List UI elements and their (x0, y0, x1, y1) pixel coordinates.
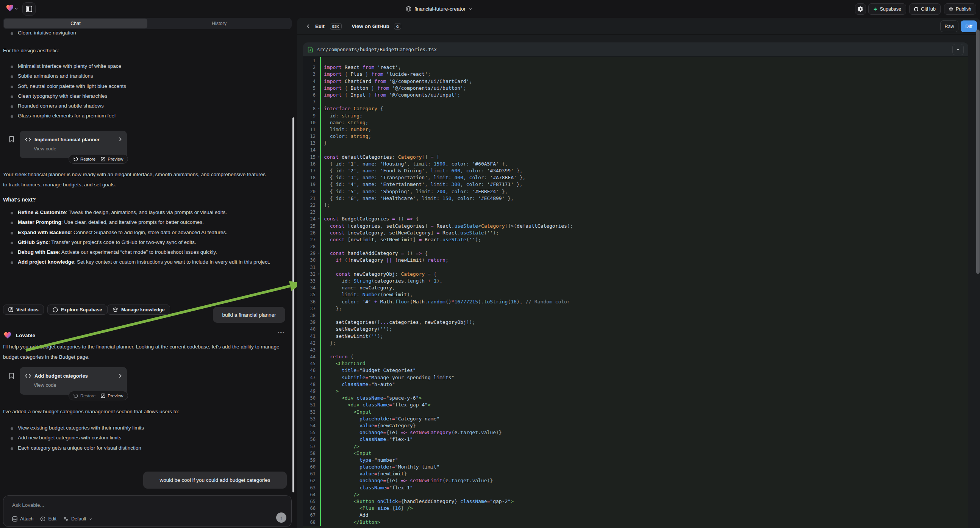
supabase-icon (873, 6, 877, 12)
lovable-logo[interactable] (6, 5, 14, 12)
code-line: 5import { Button } from '@/components/ui… (303, 85, 968, 92)
code-line: 22]; (303, 202, 968, 209)
user-message-bubble: build a financial planner (213, 307, 285, 323)
code-line: 36 color: '#' + Math.floor(Math.random()… (303, 299, 968, 305)
code-line: 59 type="number" (303, 457, 968, 464)
code-line: 47 subtitle="Manage your spending limits… (303, 374, 968, 381)
tab-history[interactable]: History (147, 19, 291, 29)
chevron-right-icon (119, 137, 122, 142)
view-code-link[interactable]: View code (34, 146, 122, 151)
list-item: GitHub Sync: Transfer your project's cod… (3, 237, 291, 247)
project-name: financial-future-creator (414, 6, 466, 12)
code-line: 15▾const defaultCategories: Category[] =… (303, 154, 968, 161)
restore-label: Restore (80, 157, 95, 161)
fold-chevron-icon[interactable]: ▾ (318, 250, 320, 257)
preview-button[interactable]: Preview (101, 394, 123, 398)
chat-panel: Chat History Clean, intuitive navigation… (0, 18, 297, 528)
code-line: 58 <Input (303, 450, 968, 457)
restore-label: Restore (80, 394, 95, 398)
github-button[interactable]: GitHub (909, 3, 940, 15)
publish-label: Publish (956, 6, 971, 12)
view-on-github-button[interactable]: View on GitHub (352, 24, 390, 29)
explore-supabase-button[interactable]: Explore Supabase (47, 305, 107, 315)
preview-button[interactable]: Preview (101, 157, 123, 161)
button-label: Explore Supabase (61, 307, 102, 312)
restore-icon (73, 394, 78, 398)
restore-button[interactable]: Restore (73, 157, 95, 161)
code-line: 44 return ( (303, 353, 968, 360)
assistant-message: I'll help you add budget categories to t… (3, 342, 285, 362)
attach-label: Attach (20, 516, 33, 522)
send-button[interactable]: ↑ (276, 512, 286, 523)
code-line: 57 /> (303, 443, 968, 450)
chat-input-box[interactable]: Ask Lovable... Attach Edit Default ↑ (3, 495, 292, 527)
collapse-file-button[interactable] (952, 44, 964, 55)
user-message-text: would be cool if you could add budget ca… (160, 477, 270, 483)
code-line: 7 (303, 99, 968, 105)
diff-button[interactable]: Diff (961, 21, 977, 32)
sidebar-toggle-button[interactable] (22, 2, 36, 16)
code-line: 53 placeholder="Category name" (303, 415, 968, 422)
code-line: 40 setNewCategory(''); (303, 326, 968, 332)
code-line: 63 className="flex-1" (303, 484, 968, 491)
file-diff-container: src/components/budget/BudgetCategories.t… (303, 43, 968, 528)
supabase-button[interactable]: Supabase (868, 3, 906, 15)
fold-chevron-icon[interactable]: ▾ (318, 105, 320, 112)
file-header[interactable]: src/components/budget/BudgetCategories.t… (303, 43, 968, 57)
code-line: 51 <div className="flex gap-4"> (303, 401, 968, 408)
bookmark-icon[interactable] (9, 136, 14, 142)
mode-select[interactable]: Default (63, 516, 92, 522)
code-body[interactable]: 12import React from 'react';3import { Pl… (303, 57, 968, 528)
message-menu-button[interactable]: ••• (278, 330, 285, 336)
raw-button[interactable]: Raw (940, 21, 958, 32)
version-actions: Restore Preview (68, 154, 128, 164)
list-item: Debug with Ease: Activate our experiment… (3, 247, 291, 257)
project-menu[interactable]: financial-future-creator (406, 0, 473, 18)
exit-button[interactable]: Exit (315, 24, 325, 29)
list-item: Subtle animations and transitions (3, 71, 126, 81)
chat-scrollbar[interactable] (293, 118, 294, 492)
code-line: 55 onChange={(e) => setNewCategory(e.tar… (303, 429, 968, 436)
code-line: 4import ChartCard from '@/components/ui/… (303, 78, 968, 85)
file-added-icon (308, 46, 313, 52)
attach-image-icon (12, 516, 18, 522)
list-item: Clean typography with clear hierarchies (3, 91, 126, 101)
chevron-left-icon (307, 24, 310, 29)
list-item: Master Prompting: Use clear, detailed, a… (3, 218, 291, 227)
code-line: 60 placeholder="Monthly limit" (303, 464, 968, 471)
design-heading: For the design aesthetic: (3, 45, 59, 56)
restore-button[interactable]: Restore (73, 394, 95, 398)
code-line: 8▾interface Category { (303, 105, 968, 112)
file-path: src/components/budget/BudgetCategories.t… (317, 46, 437, 52)
fold-chevron-icon[interactable]: ▾ (318, 271, 320, 278)
code-toolbar: Exit ESC View on GitHub G (297, 18, 980, 35)
code-line: 41 setNewLimit(''); (303, 333, 968, 340)
top-bar: financial-future-creator Supabase GitHub… (0, 0, 980, 18)
chevron-up-icon (956, 48, 960, 51)
code-line: 28 (303, 243, 968, 250)
tab-chat[interactable]: Chat (4, 19, 147, 29)
settings-button[interactable] (855, 3, 866, 15)
code-icon (25, 137, 31, 142)
code-line: 32▾ const newCategoryObj: Category = { (303, 271, 968, 278)
manage-knowledge-button[interactable]: Manage knowledge (107, 305, 170, 315)
bookmark-icon[interactable] (9, 373, 14, 379)
code-line: 61 value={newLimit} (303, 471, 968, 477)
fold-chevron-icon[interactable]: ▾ (318, 216, 320, 222)
fold-chevron-icon[interactable]: ▾ (318, 154, 320, 161)
code-scrollbar[interactable] (976, 30, 980, 274)
lovable-heart-icon (4, 332, 11, 339)
list-item: Soft, neutral color palette with light b… (3, 81, 126, 91)
code-line: 12 color: string; (303, 133, 968, 140)
edit-button[interactable]: Edit (40, 516, 56, 522)
version-card-title: Add budget categories (35, 373, 88, 379)
code-line: 67 Add (303, 512, 968, 518)
logo-chevron-icon[interactable] (14, 7, 18, 10)
user-message-text: build a financial planner (223, 312, 276, 318)
publish-button[interactable]: Publish (944, 3, 976, 15)
view-code-link[interactable]: View code (34, 382, 122, 388)
edit-target-icon (40, 516, 45, 522)
attach-button[interactable]: Attach (12, 516, 33, 522)
visit-docs-button[interactable]: Visit docs (3, 305, 44, 315)
knowledge-icon (113, 307, 118, 312)
